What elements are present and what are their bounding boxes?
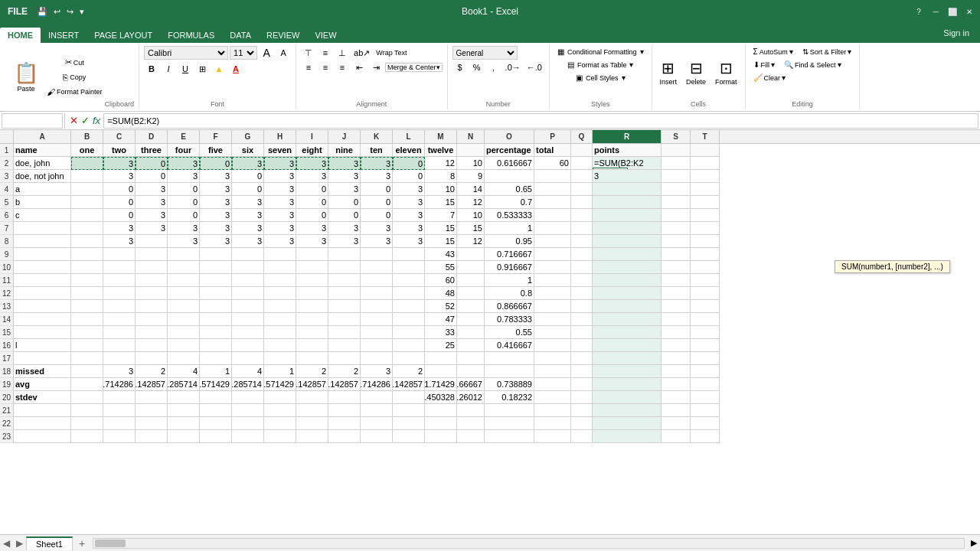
col-header-n[interactable]: N <box>457 130 485 143</box>
col-header-m[interactable]: M <box>425 130 457 143</box>
cell-o16[interactable]: 0.416667 <box>485 339 534 352</box>
cell-d8[interactable] <box>136 235 168 248</box>
cell-r4[interactable] <box>593 183 662 196</box>
cell-q2[interactable] <box>571 157 593 170</box>
cell-b9[interactable] <box>71 248 103 261</box>
cell-h3[interactable]: 3 <box>264 170 296 183</box>
cell-k7[interactable]: 3 <box>361 222 393 235</box>
row-num-10[interactable]: 10 <box>0 261 14 274</box>
cell-e9[interactable] <box>168 248 200 261</box>
dollar-btn[interactable]: $ <box>452 60 468 74</box>
cell-h9[interactable] <box>264 248 296 261</box>
cell-g1[interactable]: six <box>232 144 264 157</box>
cell-a7[interactable] <box>14 222 71 235</box>
find-select-chevron[interactable]: ▾ <box>838 60 841 69</box>
cell-d1[interactable]: three <box>136 144 168 157</box>
cell-r3[interactable]: 3 <box>593 170 662 183</box>
cell-a3[interactable]: doe, not john <box>14 170 71 183</box>
wrap-text-btn[interactable]: Wrap Text <box>374 46 409 60</box>
cell-g2[interactable]: 3 <box>232 157 264 170</box>
cell-h7[interactable]: 3 <box>264 222 296 235</box>
cell-h2[interactable]: 3 <box>264 157 296 170</box>
cell-p4[interactable] <box>534 183 571 196</box>
cell-e8[interactable]: 3 <box>168 235 200 248</box>
cell-l19[interactable]: 2.142857 <box>393 378 425 391</box>
cell-g19[interactable]: 1.285714 <box>232 378 264 391</box>
cell-m10[interactable]: 55 <box>425 261 457 274</box>
cell-s3[interactable] <box>662 170 691 183</box>
cell-a5[interactable]: b <box>14 196 71 209</box>
decrease-indent-btn[interactable]: ⇤ <box>351 60 367 74</box>
file-icon[interactable]: FILE <box>3 5 32 18</box>
cell-r8[interactable] <box>593 235 662 248</box>
cell-i8[interactable]: 3 <box>296 235 328 248</box>
cell-k4[interactable]: 0 <box>361 183 393 196</box>
cell-m11[interactable]: 60 <box>425 274 457 287</box>
cell-b8[interactable] <box>71 235 103 248</box>
cell-i7[interactable]: 3 <box>296 222 328 235</box>
cell-o9[interactable]: 0.716667 <box>485 248 534 261</box>
col-header-q[interactable]: Q <box>571 130 593 143</box>
autosum-chevron[interactable]: ▾ <box>789 47 793 56</box>
cell-n20[interactable]: 19.26012 <box>457 391 485 404</box>
col-header-l[interactable]: L <box>393 130 425 143</box>
row-num-15[interactable]: 15 <box>0 326 14 339</box>
cell-m12[interactable]: 48 <box>425 287 457 300</box>
cell-l1[interactable]: eleven <box>393 144 425 157</box>
cell-a4[interactable]: a <box>14 183 71 196</box>
cell-n19[interactable]: 29.66667 <box>457 378 485 391</box>
cell-o12[interactable]: 0.8 <box>485 287 534 300</box>
cell-j19[interactable]: 2.142857 <box>328 378 361 391</box>
cell-j4[interactable]: 3 <box>328 183 361 196</box>
cell-r7[interactable] <box>593 222 662 235</box>
cell-i9[interactable] <box>296 248 328 261</box>
comma-btn[interactable]: , <box>486 60 501 74</box>
row-num-5[interactable]: 5 <box>0 196 14 209</box>
row-num-6[interactable]: 6 <box>0 209 14 222</box>
col-header-e[interactable]: E <box>168 130 200 143</box>
cell-c3[interactable]: 3 <box>103 170 136 183</box>
col-header-t[interactable]: T <box>691 130 720 143</box>
cell-i5[interactable]: 0 <box>296 196 328 209</box>
cell-k9[interactable] <box>361 248 393 261</box>
cell-j5[interactable]: 0 <box>328 196 361 209</box>
cell-b2[interactable] <box>71 157 103 170</box>
cell-b4[interactable] <box>71 183 103 196</box>
cell-n3[interactable]: 9 <box>457 170 485 183</box>
cell-q9[interactable] <box>571 248 593 261</box>
cell-h6[interactable]: 3 <box>264 209 296 222</box>
middle-align-btn[interactable]: ≡ <box>318 46 333 60</box>
row-num-21[interactable]: 21 <box>0 404 14 417</box>
cell-o15[interactable]: 0.55 <box>485 326 534 339</box>
cell-o7[interactable]: 1 <box>485 222 534 235</box>
align-center-btn[interactable]: ≡ <box>318 60 333 74</box>
tab-formulas[interactable]: FORMULAS <box>160 28 222 43</box>
cell-l6[interactable]: 3 <box>393 209 425 222</box>
cell-i19[interactable]: 2.142857 <box>296 378 328 391</box>
cell-c1[interactable]: two <box>103 144 136 157</box>
conditional-formatting-btn[interactable]: ▦ Conditional Formatting ▾ <box>554 46 647 57</box>
cell-m2[interactable]: 12 <box>425 157 457 170</box>
cell-l4[interactable]: 3 <box>393 183 425 196</box>
cell-h4[interactable]: 3 <box>264 183 296 196</box>
cell-e2[interactable]: 3 <box>168 157 200 170</box>
cell-b3[interactable] <box>71 170 103 183</box>
cell-o8[interactable]: 0.95 <box>485 235 534 248</box>
cell-s1[interactable] <box>662 144 691 157</box>
tab-data[interactable]: DATA <box>222 28 259 43</box>
scroll-right-btn[interactable]: ▶ <box>968 538 980 548</box>
italic-button[interactable]: I <box>161 62 176 76</box>
cell-g3[interactable]: 0 <box>232 170 264 183</box>
cell-p8[interactable] <box>534 235 571 248</box>
horizontal-scrollbar[interactable] <box>93 538 965 549</box>
tab-home[interactable]: HOME <box>0 28 41 43</box>
cell-t1[interactable] <box>691 144 720 157</box>
col-header-b[interactable]: B <box>71 130 103 143</box>
col-header-p[interactable]: P <box>534 130 571 143</box>
cell-k18[interactable]: 3 <box>361 365 393 378</box>
row-num-16[interactable]: 16 <box>0 339 14 352</box>
col-header-f[interactable]: F <box>200 130 232 143</box>
cell-s8[interactable] <box>662 235 691 248</box>
cell-s6[interactable] <box>662 209 691 222</box>
clear-btn[interactable]: 🧹 Clear ▾ <box>750 72 789 83</box>
